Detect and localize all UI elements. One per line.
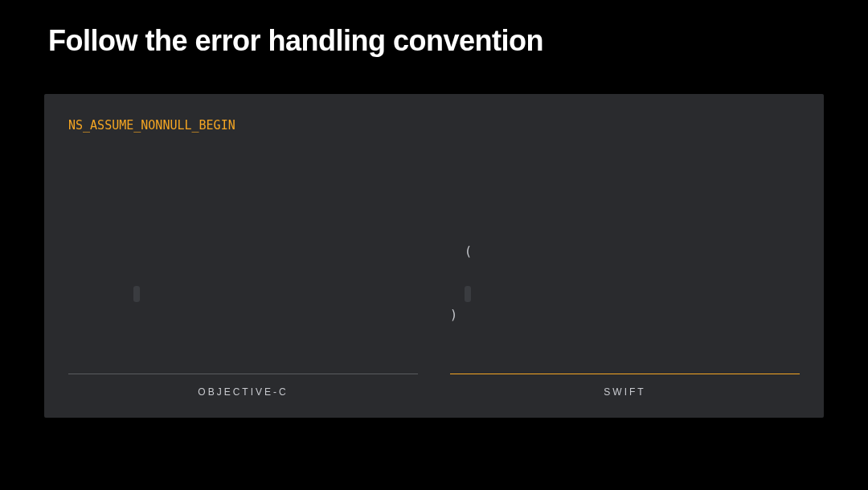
swift-code: ( ) — [450, 157, 800, 337]
objc-column: OBJECTIVE-C — [68, 157, 418, 398]
swift-open-paren: ( — [465, 244, 472, 259]
swift-divider — [450, 374, 800, 374]
swift-column: ( ) SWIFT — [450, 157, 800, 398]
objc-code — [68, 157, 418, 337]
objc-wasdirty-highlight — [133, 286, 140, 302]
swift-wasdirty-highlight — [465, 286, 471, 302]
swift-label: SWIFT — [450, 386, 800, 398]
objc-label: OBJECTIVE-C — [68, 386, 418, 398]
code-panel: NS_ASSUME_NONNULL_BEGIN OBJECTIVE-C ( ) … — [44, 94, 824, 418]
nonnull-macro: NS_ASSUME_NONNULL_BEGIN — [68, 118, 800, 133]
objc-divider — [68, 374, 418, 374]
slide-title: Follow the error handling convention — [0, 0, 868, 78]
swift-close-paren: ) — [450, 308, 465, 322]
